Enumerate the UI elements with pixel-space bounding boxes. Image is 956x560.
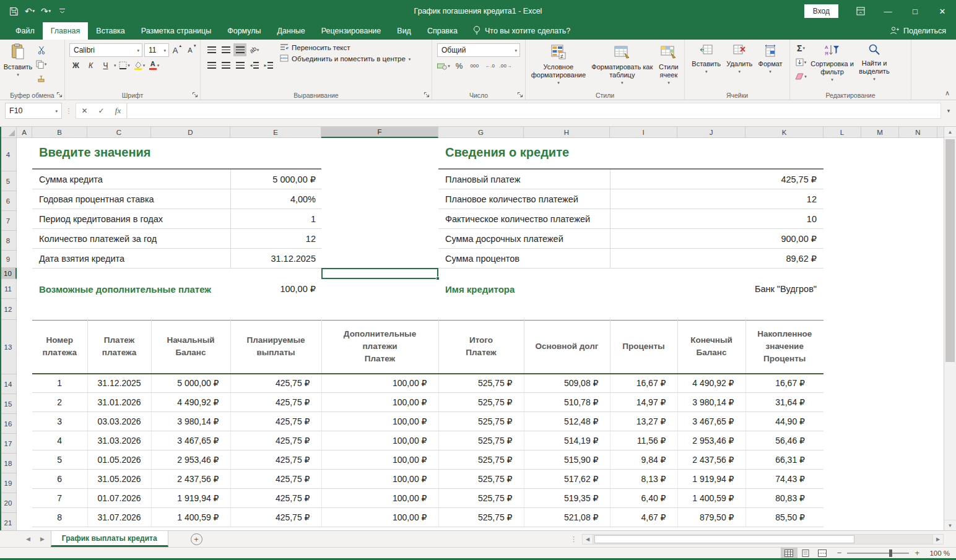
table-cell[interactable]: 3 980,14 ₽ [151,412,230,431]
paste-button[interactable]: Вставить ▾ [1,41,35,90]
percent-style-icon[interactable]: % [453,59,466,72]
info-value-cell[interactable]: 89,62 ₽ [786,254,823,264]
italic-button[interactable]: К [84,59,97,72]
table-cell[interactable]: 100,00 ₽ [321,489,438,508]
zoom-slider[interactable] [847,553,909,554]
info-value-cell[interactable]: 425,75 ₽ [781,174,823,184]
vertical-scroll-thumb[interactable] [945,139,955,362]
info-value-cell[interactable]: 900,00 ₽ [781,234,823,244]
new-sheet-icon[interactable]: + [191,533,202,545]
info-label-cell[interactable]: Плановое количество платежей [438,194,578,204]
active-cell-F10[interactable] [321,268,438,279]
table-cell[interactable]: 31.12.2025 [87,374,151,393]
column-header-I[interactable]: I [610,127,677,138]
table-cell[interactable]: 525,75 ₽ [438,412,524,431]
align-center-icon[interactable] [219,59,232,72]
table-cell[interactable]: 100,00 ₽ [321,431,438,450]
table-header-cell[interactable]: Проценты [610,321,677,374]
row-header-11[interactable]: 11 [0,279,17,299]
autosum-icon[interactable]: Σ▾ [794,41,807,54]
table-cell[interactable]: 13,27 ₽ [610,412,677,431]
formula-bar-splitter[interactable]: ⋮ [62,100,76,121]
input-label-cell[interactable]: Годовая процентная ставка [32,194,154,204]
row-header-9[interactable]: 9 [0,251,17,268]
vertical-scrollbar[interactable]: ▲ ▼ [944,127,956,530]
zoom-slider-thumb[interactable] [889,549,892,557]
table-cell[interactable]: 509,08 ₽ [524,374,610,393]
ribbon-tab-Рецензирование[interactable]: Рецензирование [313,22,389,40]
align-bottom-icon[interactable] [233,43,246,56]
row-header-18[interactable]: 18 [0,454,17,473]
column-header-B[interactable]: B [32,127,87,138]
number-format-select[interactable]: Общий▾ [437,43,520,57]
formula-input[interactable] [127,103,941,119]
info-label-cell[interactable]: Фактическое количество платежей [438,214,590,224]
input-section-title[interactable]: Введите значения [39,145,151,160]
table-cell[interactable]: 14,97 ₽ [610,393,677,412]
column-header-L[interactable]: L [823,127,861,138]
format-cells-button[interactable]: Формат ▾ [758,43,783,74]
table-cell[interactable]: 2 953,46 ₽ [677,431,745,450]
undo-icon[interactable]: ↶▾ [22,3,37,19]
row-header-14[interactable]: 14 [0,374,17,394]
horizontal-scrollbar[interactable]: ◀ ▶ [582,531,944,547]
table-cell[interactable]: 8,13 ₽ [610,470,677,489]
cut-button[interactable] [35,43,48,56]
scroll-left-icon[interactable]: ◀ [582,534,593,545]
table-cell[interactable]: 3 [32,412,87,431]
table-cell[interactable]: 100,00 ₽ [321,412,438,431]
table-cell[interactable]: 4,67 ₽ [610,508,677,527]
accounting-format-icon[interactable]: ▾ [437,59,450,72]
column-header-D[interactable]: D [151,127,230,138]
row-header-4[interactable]: 4 [0,138,17,171]
table-cell[interactable]: 31.01.2026 [87,393,151,412]
enter-icon[interactable]: ✓ [93,103,110,118]
ribbon-tab-Данные[interactable]: Данные [269,22,313,40]
table-cell[interactable]: 525,75 ₽ [438,450,524,470]
table-cell[interactable]: 425,75 ₽ [230,374,321,393]
table-cell[interactable]: 100,00 ₽ [321,508,438,527]
row-header-7[interactable]: 7 [0,211,17,231]
row-header-21[interactable]: 21 [0,513,17,530]
save-icon[interactable] [6,3,21,19]
clear-icon[interactable]: ▾ [794,70,807,83]
wrap-text-button[interactable]: Переносить текст [280,43,411,52]
info-label-cell[interactable]: Сумма досрочных платежей [438,234,563,244]
input-label-cell[interactable]: Период кредитования в годах [32,214,163,224]
row-header-16[interactable]: 16 [0,414,17,434]
row-header-19[interactable]: 19 [0,473,17,493]
table-cell[interactable]: 80,83 ₽ [745,489,823,508]
table-cell[interactable]: 3 467,65 ₽ [677,412,745,431]
input-value-cell[interactable]: 1 [311,214,321,224]
page-layout-view-icon[interactable] [797,548,814,559]
input-value-cell[interactable]: 12 [306,234,321,244]
insert-function-icon[interactable]: fx [110,103,126,118]
ribbon-tab-Файл[interactable]: Файл [7,22,43,40]
minimize-button[interactable]: — [874,0,902,22]
ribbon-tab-Вид[interactable]: Вид [389,22,419,40]
find-select-button[interactable]: Найти и выделить ▾ [854,41,895,90]
insert-cells-button[interactable]: Вставить ▾ [692,43,721,74]
fill-icon[interactable]: ▾ [794,56,807,69]
fill-color-button[interactable]: ▾ [133,59,146,72]
collapse-ribbon-icon[interactable]: ∧ [945,89,950,97]
ribbon-display-options-icon[interactable] [847,0,874,22]
row-header-6[interactable]: 6 [0,191,17,211]
table-header-cell[interactable]: Итого Платеж [438,321,524,374]
cancel-icon[interactable]: ✕ [76,103,93,118]
table-cell[interactable]: 6 [32,470,87,489]
align-middle-icon[interactable] [219,43,232,56]
align-top-icon[interactable] [205,43,218,56]
ribbon-tab-Вставка[interactable]: Вставка [88,22,133,40]
sort-filter-button[interactable]: АЯ Сортировка и фильтр ▾ [810,41,854,90]
select-all-button[interactable] [0,127,17,138]
table-cell[interactable]: 85,50 ₽ [745,508,823,527]
decrease-font-icon[interactable]: A▼ [186,44,199,57]
table-cell[interactable]: 5 000,00 ₽ [151,374,230,393]
table-cell[interactable]: 425,75 ₽ [230,431,321,450]
column-header-K[interactable]: K [745,127,823,138]
ribbon-tab-Разметка страницы[interactable]: Разметка страницы [133,22,219,40]
next-sheet-icon[interactable]: ▶ [40,536,45,542]
zoom-level[interactable]: 100 % [925,549,950,557]
column-header-A[interactable]: A [17,127,32,138]
